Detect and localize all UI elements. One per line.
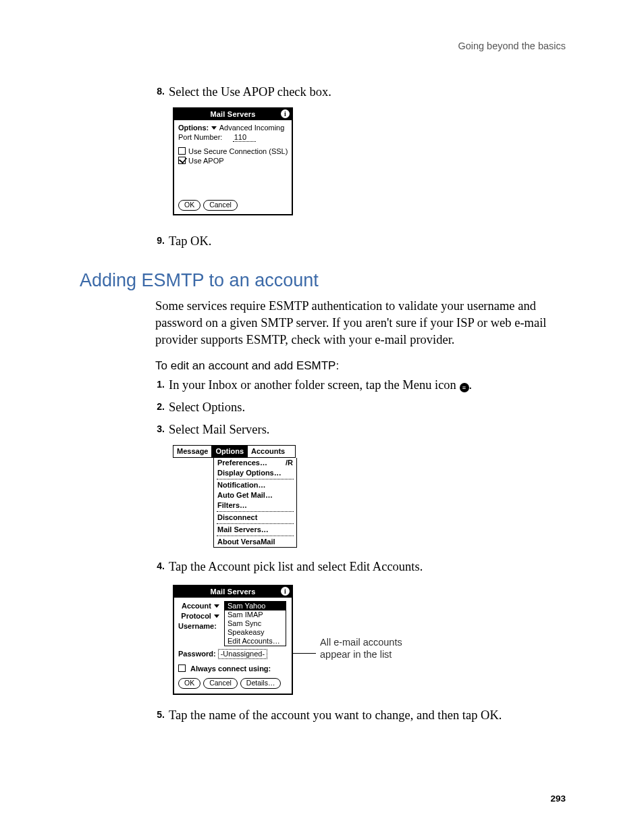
menu-item-label: Preferences… xyxy=(217,459,267,467)
picklist-item[interactable]: Sam Yahoo xyxy=(225,602,286,610)
ok-button[interactable]: OK xyxy=(178,678,200,689)
dropdown-icon[interactable] xyxy=(211,126,217,130)
options-label: Options: xyxy=(178,124,209,132)
menu-separator xyxy=(217,536,294,536)
picklist-item[interactable]: Speakeasy xyxy=(225,628,286,637)
dialog-title-bar: Mail Servers i xyxy=(174,586,292,598)
callout-line xyxy=(293,653,316,654)
step-1-pre: In your Inbox or another folder screen, … xyxy=(169,378,460,392)
step-number: 8. xyxy=(147,84,165,97)
options-dropdown: Preferences… /R Display Options… Notific… xyxy=(213,458,297,548)
apop-label: Use APOP xyxy=(188,157,224,165)
callout-line1: All e-mail accounts xyxy=(320,637,402,648)
account-label: Account xyxy=(178,602,223,610)
step-5: 5. Tap the name of the account you want … xyxy=(147,707,566,724)
tab-message[interactable]: Message xyxy=(173,446,212,457)
port-label: Port Number: xyxy=(178,133,222,141)
apop-checkbox[interactable] xyxy=(178,157,186,164)
step-number: 3. xyxy=(147,421,165,434)
task-subheading: To edit an account and add ESMTP: xyxy=(155,359,566,373)
username-label: Username: xyxy=(178,622,223,630)
info-icon[interactable]: i xyxy=(281,109,290,118)
dialog-title: Mail Servers xyxy=(210,588,255,596)
step-text: Select Options. xyxy=(169,399,566,416)
step-number: 1. xyxy=(147,377,165,390)
menu-mail-servers[interactable]: Mail Servers… xyxy=(214,525,296,535)
menu-display-options[interactable]: Display Options… xyxy=(214,468,296,478)
picklist-item[interactable]: Sam IMAP xyxy=(225,610,286,619)
section-heading: Adding ESMTP to an account xyxy=(80,270,566,291)
menu-about[interactable]: About VersaMail xyxy=(214,537,296,547)
account-picklist-popup: Sam Yahoo Sam IMAP Sam Sync Speakeasy Ed… xyxy=(224,601,286,646)
info-icon[interactable]: i xyxy=(281,587,290,596)
picklist-item[interactable]: Sam Sync xyxy=(225,619,286,628)
step-3: 3. Select Mail Servers. xyxy=(147,421,566,438)
mail-servers-account-figure: Mail Servers i Account Protocol Username… xyxy=(173,585,566,695)
step-text: In your Inbox or another folder screen, … xyxy=(169,377,566,394)
mail-servers-account-dialog: Mail Servers i Account Protocol Username… xyxy=(173,585,293,695)
step-9: 9. Tap OK. xyxy=(147,233,566,250)
step-4: 4. Tap the Account pick list and select … xyxy=(147,558,566,575)
picklist-item-edit-accounts[interactable]: Edit Accounts… xyxy=(225,637,286,646)
step-number: 2. xyxy=(147,399,165,412)
dropdown-icon[interactable] xyxy=(214,615,219,618)
ssl-checkbox[interactable] xyxy=(178,147,186,155)
callout-text: All e-mail accounts appear in the list xyxy=(320,636,402,660)
ok-button[interactable]: OK xyxy=(178,200,200,211)
options-menu-screenshot: Message Options Accounts Preferences… /R… xyxy=(173,445,296,548)
step-1-post: . xyxy=(469,378,473,392)
step-2: 2. Select Options. xyxy=(147,399,566,416)
running-head: Going beyond the basics xyxy=(80,41,566,51)
menu-auto-get-mail[interactable]: Auto Get Mail… xyxy=(214,490,296,500)
menu-icon: ≡ xyxy=(460,383,469,392)
dropdown-icon[interactable] xyxy=(214,604,219,608)
step-1: 1. In your Inbox or another folder scree… xyxy=(147,377,566,394)
step-number: 9. xyxy=(147,233,165,246)
menu-item-shortcut: /R xyxy=(286,459,293,467)
cancel-button[interactable]: Cancel xyxy=(203,678,238,689)
details-button[interactable]: Details… xyxy=(240,678,281,689)
password-field[interactable]: -Unassigned- xyxy=(218,649,267,659)
menu-preferences[interactable]: Preferences… /R xyxy=(214,458,296,468)
step-number: 4. xyxy=(147,558,165,571)
step-text: Tap the name of the account you want to … xyxy=(169,707,566,724)
step-text: Tap the Account pick list and select Edi… xyxy=(169,558,566,575)
tab-accounts[interactable]: Accounts xyxy=(248,446,295,457)
menu-separator xyxy=(217,511,294,512)
step-number: 5. xyxy=(147,707,165,720)
menu-separator xyxy=(217,479,294,479)
tab-options[interactable]: Options xyxy=(212,446,248,457)
step-8: 8. Select the Use APOP check box. xyxy=(147,84,566,101)
step-text: Select Mail Servers. xyxy=(169,421,566,438)
protocol-label: Protocol xyxy=(178,612,223,620)
dialog-title-bar: Mail Servers i xyxy=(174,109,292,120)
menu-notification[interactable]: Notification… xyxy=(214,480,296,490)
page-number: 293 xyxy=(550,793,566,804)
intro-paragraph: Some services require ESMTP authenticati… xyxy=(155,298,566,348)
callout-line2: appear in the list xyxy=(320,649,392,660)
port-number-field[interactable]: 110 xyxy=(233,133,256,142)
always-connect-checkbox[interactable] xyxy=(178,664,186,672)
mail-servers-advanced-dialog: Mail Servers i Options: Advanced Incomin… xyxy=(173,107,293,215)
step-text: Tap OK. xyxy=(169,233,566,250)
options-picklist[interactable]: Advanced Incoming xyxy=(219,124,285,132)
always-connect-label: Always connect using: xyxy=(190,664,271,673)
ssl-label: Use Secure Connection (SSL) xyxy=(188,147,288,155)
menu-separator xyxy=(217,523,294,524)
password-label: Password: xyxy=(178,650,216,658)
menu-bar: Message Options Accounts xyxy=(173,445,296,458)
step-text: Select the Use APOP check box. xyxy=(169,84,566,101)
menu-filters[interactable]: Filters… xyxy=(214,500,296,511)
dialog-title: Mail Servers xyxy=(210,110,255,118)
cancel-button[interactable]: Cancel xyxy=(203,200,238,211)
menu-disconnect[interactable]: Disconnect xyxy=(214,513,296,523)
